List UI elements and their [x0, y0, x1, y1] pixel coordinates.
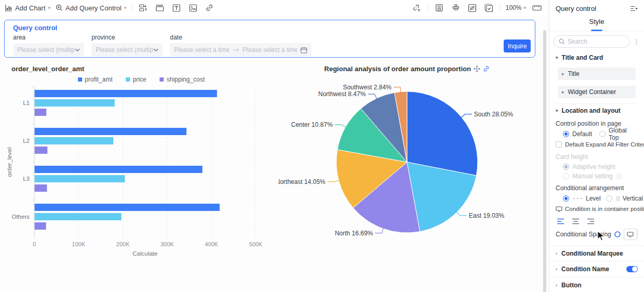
svg-text:500K: 500K — [249, 241, 262, 247]
sync-icon[interactable] — [614, 231, 621, 238]
svg-text:Northwest 8.47%: Northwest 8.47% — [318, 90, 366, 98]
pie-chart-plot: South 28.05%East 19.03%North 16.69%North… — [279, 73, 535, 252]
arrow-right-icon — [232, 48, 240, 52]
section-title-and-card[interactable]: ▾ Title and Card — [556, 51, 638, 64]
svg-text:East 19.03%: East 19.03% — [469, 212, 504, 219]
charts-row: order_level_order_amt profit_amt price s… — [4, 58, 535, 261]
add-query-control-button[interactable]: Add Query Control ▾ — [56, 4, 126, 12]
section-condition-name[interactable]: ›Condition Name — [549, 261, 644, 277]
date-range-input[interactable]: Please select a time Please select a tim… — [170, 43, 311, 57]
adaptive-height-label: Adaptive height — [572, 163, 615, 170]
top-toolbar: Add Chart ▾ Add Query Control ▾ — [0, 0, 549, 16]
settings-panel: Query control Style ⋮ ▾ Title and Card ▸… — [549, 0, 644, 292]
chevron-down-icon — [153, 48, 159, 52]
toolbar-divider — [132, 4, 132, 11]
eye-off-icon[interactable] — [467, 2, 478, 14]
svg-text:Others: Others — [11, 214, 30, 220]
legend-label: shipping_cost — [166, 76, 204, 83]
component-swap-icon[interactable] — [137, 2, 149, 14]
row-widget-container[interactable]: ▸ Widget Container — [558, 86, 636, 98]
radio-level[interactable] — [563, 195, 569, 202]
ruler-icon[interactable] — [531, 2, 543, 14]
province-placeholder: Please select (multiple ... — [96, 46, 153, 54]
svg-text:Calculate: Calculate — [133, 250, 157, 257]
form-settings-icon[interactable] — [433, 2, 445, 14]
area-select[interactable]: Please select (multiple ... — [13, 43, 84, 57]
kebab-menu-icon[interactable]: ⋮ — [633, 38, 640, 45]
linkage-filter-icon[interactable] — [411, 2, 423, 14]
section-label: Button — [561, 282, 582, 289]
image-icon[interactable] — [187, 2, 199, 14]
add-chart-button[interactable]: Add Chart ▾ — [5, 4, 50, 12]
query-control-card[interactable]: Query control area Please select (multip… — [4, 20, 535, 58]
svg-text:South 28.05%: South 28.05% — [474, 111, 514, 118]
section-location-layout[interactable]: ▾ Location and layout — [556, 104, 638, 117]
date-end-placeholder: Please select a time — [243, 46, 298, 54]
panel-title: Query control — [556, 5, 596, 12]
spacing-value-input[interactable]: 7 — [637, 229, 638, 240]
legend-label: price — [133, 76, 146, 83]
bar-chart-legend: profit_amt price shipping_cost — [4, 76, 279, 83]
legend-swatch — [160, 77, 164, 82]
add-chart-label: Add Chart — [15, 4, 46, 12]
section-conditional-marquee[interactable]: ›Conditional Marquee — [549, 245, 644, 261]
svg-text:400K: 400K — [205, 241, 218, 247]
radio-adaptive-height[interactable] — [563, 164, 569, 170]
collapse-panel-icon[interactable] — [630, 5, 638, 12]
toolbar-divider — [428, 4, 428, 11]
monitor-icon[interactable] — [624, 229, 637, 240]
brush-icon[interactable] — [450, 2, 462, 14]
radio-default[interactable] — [563, 131, 569, 137]
check-square-icon[interactable] — [483, 2, 495, 14]
canvas-scrollbar[interactable] — [543, 30, 546, 292]
province-field-group: province Please select (multiple ... — [91, 34, 163, 57]
zoom-level-value: 100% — [506, 4, 522, 11]
legend-label: profit_amt — [85, 76, 112, 83]
svg-text:L3: L3 — [23, 176, 30, 182]
chevron-down-icon — [75, 48, 80, 52]
vertical-label: Vertical — [623, 195, 643, 202]
bar-chart-plot: 0100K200K300K400K500KL1L2L3OthersCalcula… — [4, 83, 274, 260]
radio-vertical[interactable] — [606, 195, 612, 202]
align-right-icon[interactable] — [587, 218, 595, 224]
legend-item[interactable]: profit_amt — [78, 76, 112, 83]
section-label: Condition Name — [561, 266, 609, 273]
area-placeholder: Please select (multiple ... — [17, 46, 75, 54]
svg-text:Southwest 2.84%: Southwest 2.84% — [343, 84, 392, 91]
tab-block-icon[interactable] — [154, 2, 165, 14]
date-label: date — [170, 34, 311, 41]
row-title[interactable]: ▸ Title — [558, 68, 636, 80]
pie-chart-widget[interactable]: Regional analysis of order amount propor… — [279, 58, 535, 261]
default-expand-label: Default Expand All Filter Criteria — [565, 141, 644, 148]
radio-global-top-label: Global Top — [609, 127, 638, 141]
zoom-level-dropdown[interactable]: 100% ▾ — [506, 4, 526, 11]
date-field-group: date Please select a time Please select … — [170, 34, 311, 57]
svg-text:order_level: order_level — [6, 148, 12, 177]
info-icon — [616, 174, 622, 179]
svg-text:L1: L1 — [23, 100, 30, 106]
bar-chart-widget[interactable]: order_level_order_amt profit_amt price s… — [4, 58, 279, 261]
radio-manual-setting[interactable] — [563, 173, 569, 179]
align-left-icon[interactable] — [557, 218, 564, 224]
text-icon[interactable] — [170, 2, 182, 14]
radio-global-top[interactable] — [599, 131, 606, 137]
legend-item[interactable]: shipping_cost — [160, 76, 204, 83]
search-box[interactable] — [554, 35, 630, 48]
link-icon[interactable] — [204, 2, 215, 14]
link-icon[interactable] — [483, 65, 490, 72]
section-button[interactable]: ›Button — [549, 277, 644, 292]
query-card-title: Query control — [13, 24, 527, 32]
default-expand-checkbox[interactable] — [556, 141, 562, 148]
condition-name-toggle-on[interactable] — [626, 266, 638, 272]
row-label: Widget Container — [568, 88, 616, 96]
legend-item[interactable]: price — [126, 76, 146, 83]
move-icon[interactable] — [474, 65, 480, 72]
inquire-button[interactable]: Inquire — [504, 39, 531, 52]
align-center-icon[interactable] — [572, 218, 580, 224]
search-input[interactable] — [568, 38, 620, 45]
tab-style[interactable]: Style — [588, 17, 606, 31]
manual-setting-label: Manual setting — [572, 172, 613, 180]
bar-chart-title: order_level_order_amt — [11, 65, 279, 73]
chevron-right-icon: › — [556, 267, 557, 272]
province-select[interactable]: Please select (multiple ... — [91, 43, 163, 57]
